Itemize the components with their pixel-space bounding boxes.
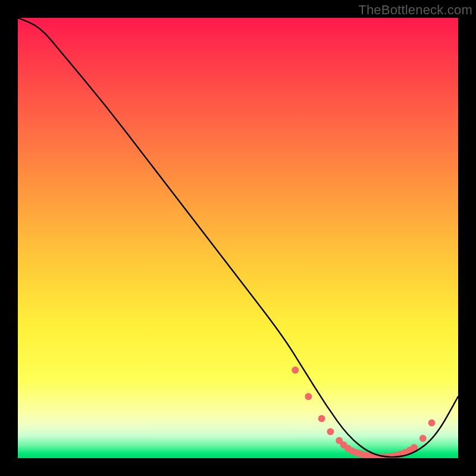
chart-frame [18,18,458,458]
chart-svg [18,18,458,458]
bottleneck-curve [18,18,458,457]
trough-marker [428,419,436,427]
watermark-text: TheBottleneck.com [358,2,472,18]
trough-marker [292,367,299,374]
trough-marker [305,393,312,400]
trough-markers-group [292,367,435,458]
trough-marker [318,415,325,422]
trough-marker [419,435,427,442]
trough-marker [327,428,334,436]
